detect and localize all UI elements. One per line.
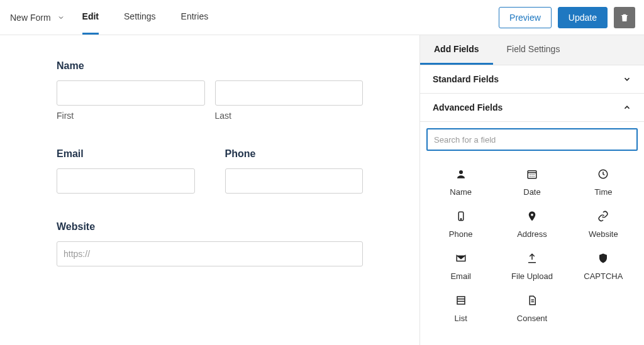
name-last-input[interactable] — [215, 80, 364, 106]
calendar-icon — [526, 168, 538, 180]
svg-point-11 — [460, 219, 462, 220]
tile-name-label: Name — [450, 187, 472, 197]
tile-phone[interactable]: Phone — [426, 204, 495, 243]
tile-date-label: Date — [523, 187, 540, 197]
tile-consent-label: Consent — [517, 314, 547, 323]
tab-edit[interactable]: Edit — [82, 0, 99, 35]
email-input[interactable] — [57, 168, 195, 194]
name-first-input[interactable] — [57, 80, 205, 106]
phone-input[interactable] — [225, 168, 364, 194]
chevron-up-icon — [623, 103, 631, 112]
field-search-input[interactable] — [426, 128, 638, 151]
tile-address-label: Address — [517, 229, 547, 239]
svg-point-8 — [533, 176, 535, 177]
clock-icon — [597, 168, 609, 180]
main-tabs: Edit Settings Entries — [82, 0, 209, 35]
top-bar: New Form Edit Settings Entries Preview U… — [0, 0, 644, 35]
map-pin-icon — [526, 211, 538, 222]
section-advanced-fields[interactable]: Advanced Fields — [420, 94, 644, 122]
advanced-field-grid: Name Date Time Phone Address Website — [420, 153, 644, 336]
svg-point-6 — [530, 176, 531, 177]
form-name-label: New Form — [10, 13, 51, 23]
field-website[interactable]: Website — [57, 221, 363, 266]
panel-tab-add-fields[interactable]: Add Fields — [420, 35, 493, 65]
field-phone[interactable]: Phone — [225, 148, 364, 194]
trash-icon — [619, 13, 630, 23]
tile-consent[interactable]: Consent — [497, 288, 566, 327]
preview-button[interactable]: Preview — [499, 7, 552, 28]
tile-time[interactable]: Time — [569, 162, 638, 200]
tab-settings[interactable]: Settings — [124, 0, 156, 35]
workspace: Name First Last Email Phone — [0, 35, 644, 345]
tile-name[interactable]: Name — [426, 162, 495, 200]
field-name[interactable]: Name First Last — [57, 60, 363, 121]
topbar-left: New Form Edit Settings Entries — [10, 0, 208, 35]
tab-entries[interactable]: Entries — [181, 0, 209, 35]
name-last-sublabel: Last — [215, 111, 364, 121]
topbar-right: Preview Update — [499, 7, 635, 28]
tile-email-label: Email — [450, 271, 471, 281]
side-panel: Add Fields Field Settings Standard Field… — [419, 35, 644, 345]
phone-icon — [455, 211, 467, 222]
svg-rect-13 — [457, 297, 465, 304]
name-first-sublabel: First — [57, 111, 205, 121]
tile-email[interactable]: Email — [426, 246, 495, 285]
website-input[interactable] — [57, 241, 363, 266]
website-label: Website — [57, 221, 363, 233]
tile-website-label: Website — [589, 229, 618, 239]
document-icon — [526, 295, 538, 306]
tile-website[interactable]: Website — [569, 204, 638, 243]
form-name-dropdown[interactable]: New Form — [10, 13, 65, 23]
section-standard-title: Standard Fields — [433, 74, 499, 84]
tile-file-upload-label: File Upload — [511, 271, 553, 281]
tile-file-upload[interactable]: File Upload — [497, 246, 566, 285]
chevron-down-icon — [57, 14, 65, 21]
svg-point-0 — [459, 170, 463, 174]
tile-address[interactable]: Address — [497, 204, 566, 243]
name-label: Name — [57, 60, 363, 72]
chevron-down-icon — [623, 75, 631, 84]
tile-list-label: List — [455, 314, 467, 323]
update-button[interactable]: Update — [558, 7, 608, 28]
shield-icon — [597, 253, 609, 264]
tile-captcha[interactable]: CAPTCHA — [569, 246, 638, 285]
upload-icon — [526, 253, 538, 264]
list-icon — [455, 295, 467, 306]
form-canvas: Name First Last Email Phone — [0, 35, 419, 345]
tile-date[interactable]: Date — [497, 162, 566, 200]
svg-point-4 — [531, 174, 533, 175]
tile-captcha-label: CAPTCHA — [584, 271, 623, 281]
section-advanced-title: Advanced Fields — [433, 102, 502, 112]
svg-point-12 — [531, 214, 533, 216]
tile-phone-label: Phone — [449, 229, 473, 239]
tile-time-label: Time — [594, 187, 612, 197]
svg-point-5 — [533, 174, 535, 175]
svg-point-3 — [530, 174, 531, 175]
tile-list[interactable]: List — [426, 288, 495, 327]
trash-button[interactable] — [614, 7, 635, 28]
link-icon — [597, 211, 609, 222]
phone-label: Phone — [225, 148, 364, 160]
svg-point-7 — [531, 176, 533, 177]
panel-tab-field-settings[interactable]: Field Settings — [493, 35, 574, 65]
section-standard-fields[interactable]: Standard Fields — [420, 65, 644, 94]
field-email[interactable]: Email — [57, 148, 195, 194]
envelope-icon — [455, 253, 467, 264]
email-label: Email — [57, 148, 195, 160]
panel-tabs: Add Fields Field Settings — [420, 35, 644, 65]
user-icon — [455, 168, 467, 180]
